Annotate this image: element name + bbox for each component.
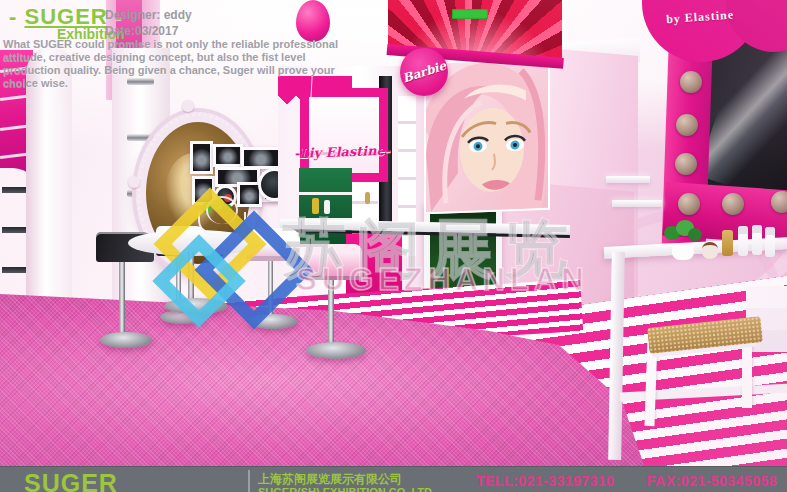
light-bulb <box>676 114 698 136</box>
footer-divider <box>248 470 250 492</box>
cosmetic-bottle <box>752 225 762 255</box>
footer-logo: SUGER <box>24 469 118 492</box>
designer-label: Designer: eddy <box>105 8 192 22</box>
fax-number: FAX:021-50345058 <box>647 473 777 489</box>
table-base <box>164 298 228 314</box>
gallery-photo-frame <box>241 147 281 169</box>
bar-table <box>128 230 260 256</box>
light-bulb <box>678 193 700 215</box>
plant-pot <box>672 246 694 260</box>
cosmetic-bottle <box>312 198 319 214</box>
footer-bar: SUGER 上海苏阁展览展示有限公司 SUGER(SH) EXHIBITION … <box>0 466 787 492</box>
cosmetic-jar <box>702 242 718 259</box>
cosmetic-bottle <box>365 192 370 204</box>
poster-green-label <box>452 9 488 19</box>
company-description: What SUGER could promise is not only the… <box>3 38 348 90</box>
barbie-logo-disc: Barbie <box>400 48 448 96</box>
barbie-logo-text: Barbie <box>401 58 448 85</box>
gallery-photo-frame <box>190 141 213 174</box>
cosmetic-bottle <box>765 227 775 257</box>
stool-base <box>100 332 152 348</box>
stool-pole <box>119 260 125 336</box>
fruit-basket <box>198 212 246 236</box>
bar-stool-seat <box>304 244 362 280</box>
perfume-bottle <box>722 230 733 256</box>
light-bulb <box>771 191 787 213</box>
cosmetic-bottle <box>738 226 748 256</box>
stool-pole <box>328 276 334 344</box>
frame-ornament <box>182 100 194 112</box>
light-bulb <box>675 153 697 175</box>
light-bulb <box>680 71 702 93</box>
date-label: Date:03/2017 <box>105 24 178 38</box>
gallery-photo-frame <box>213 144 243 167</box>
telephone-number: TELL:021-33197310 <box>476 473 614 489</box>
brand-dash: - <box>9 4 17 29</box>
pink-balloon <box>296 0 330 42</box>
stool-pole <box>268 256 273 318</box>
wall-shelf <box>606 176 650 183</box>
wall-shelf <box>612 200 662 207</box>
frame-ornament <box>128 176 140 188</box>
stool-base <box>306 342 366 359</box>
plant-leaves <box>688 228 702 241</box>
company-name-english: SUGER(SH) EXHIBITION CO.,LTD <box>258 486 432 492</box>
cosmetic-bottle <box>324 200 330 214</box>
light-bulb <box>722 193 744 215</box>
contact-info: TELL:021-33197310 FAX:021-50345058 <box>476 473 777 489</box>
stool-base <box>248 314 298 329</box>
exhibition-render: -Liy Elastine- <box>0 0 787 492</box>
